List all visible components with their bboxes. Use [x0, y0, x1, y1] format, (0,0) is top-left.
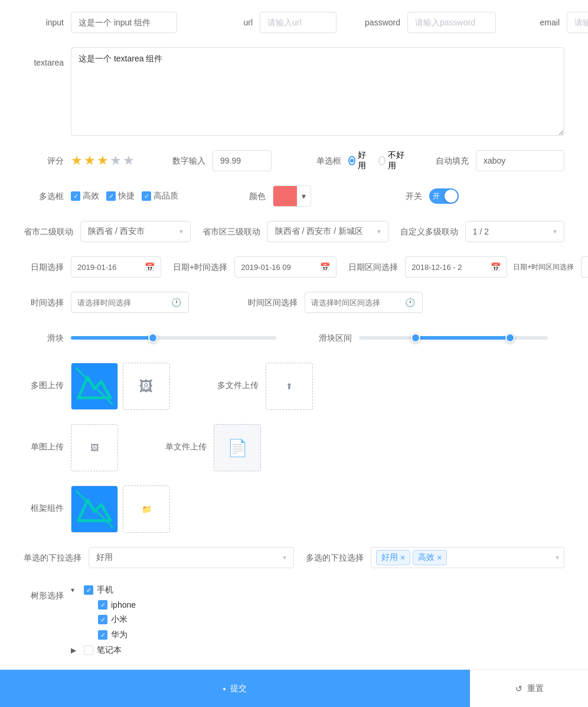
checkbox-quick[interactable]: ✓ 快捷 [106, 191, 135, 201]
tree-xiaomi-label: 小米 [111, 614, 128, 625]
radio-label-good: 好用 [358, 150, 369, 171]
reset-button[interactable]: ↺ 重置 [470, 670, 588, 708]
number-field[interactable] [213, 150, 272, 171]
cascade-custom-arrow-icon: ▾ [553, 227, 557, 236]
toggle-switch[interactable]: 开 [429, 188, 459, 204]
multi-file-upload[interactable]: ⬆ [266, 363, 313, 410]
tree-node-xiaomi: ✓ 小米 [85, 612, 136, 627]
url-field[interactable] [260, 12, 337, 33]
checkbox-box-efficient: ✓ [71, 191, 80, 201]
submit-button[interactable]: ▪ 提交 [0, 670, 470, 708]
checkbox-box-quick: ✓ [106, 191, 116, 201]
toggle-on-label: 开 [433, 191, 440, 201]
date-input[interactable] [77, 263, 142, 272]
daterange-input[interactable] [411, 263, 488, 272]
star-2[interactable]: ★ [84, 153, 96, 168]
autocomplete-field[interactable] [476, 150, 564, 171]
footer: ▪ 提交 ↺ 重置 [0, 669, 588, 707]
radio-group: 好用 不好用 [348, 150, 405, 171]
slider-range-thumb-right[interactable] [505, 333, 515, 343]
multi-select[interactable]: 好用 × 高效 × ▾ [371, 547, 564, 568]
star-1[interactable]: ★ [71, 153, 83, 168]
upload-image-1[interactable] [71, 363, 118, 410]
single-select[interactable]: 好用 ▾ [89, 547, 294, 568]
tree-expand-laptop[interactable]: ▶ [71, 646, 80, 654]
upload-icon: ⬆ [286, 382, 293, 391]
time-picker[interactable]: 🕐 [71, 292, 189, 313]
multi-select-label: 多选的下拉选择 [306, 547, 371, 568]
slider-thumb[interactable] [148, 333, 158, 343]
slider-range-wrap [359, 336, 564, 340]
tree-node-phone: ▾ ✓ 手机 [71, 582, 136, 598]
rating-stars[interactable]: ★ ★ ★ ★ ★ [71, 153, 136, 168]
timerange-clock-icon: 🕐 [405, 298, 415, 307]
daterange-picker[interactable]: 📅 [405, 256, 507, 278]
textarea-field[interactable]: 这是一个 textarea 组件 [71, 47, 564, 136]
slider-track[interactable] [71, 336, 276, 340]
tag-good-close[interactable]: × [400, 553, 405, 562]
clock-icon: 🕐 [171, 298, 181, 307]
cascade3-select[interactable]: 陕西省 / 西安市 / 新城区 ▾ [267, 221, 388, 242]
checkbox-quality[interactable]: ✓ 高品质 [142, 191, 178, 201]
daterange-label: 日期区间选择 [348, 256, 405, 278]
frame-file-add[interactable]: 📁 [123, 486, 170, 533]
date-picker[interactable]: 📅 [71, 256, 161, 278]
input-label: input [24, 12, 71, 33]
date-row: 日期选择 📅 日期+时间选择 📅 日期区间选择 📅 日期+时间区间选择 📅 [24, 256, 564, 278]
cascade-custom-select[interactable]: 1 / 2 ▾ [465, 221, 564, 242]
slider-range-track[interactable] [359, 336, 548, 340]
datetime-input[interactable] [241, 263, 318, 272]
color-label: 颜色 [226, 185, 273, 207]
tree-node-laptop: ▶ 笔记本 [71, 643, 136, 658]
daterange-calendar-icon: 📅 [491, 262, 501, 272]
checkbox-row: 多选框 ✓ 高效 ✓ 快捷 ✓ 高品质 颜色 ▾ 开关 开 [24, 185, 564, 207]
tree-checkbox-huawei[interactable]: ✓ [98, 630, 107, 640]
single-file-upload[interactable]: 📄 [214, 424, 261, 471]
datetime-picker[interactable]: 📅 [234, 256, 337, 278]
cascade3-label: 省市区三级联动 [202, 221, 267, 242]
timerange-picker[interactable]: 🕐 [305, 292, 423, 313]
tree-checkbox-iphone[interactable]: ✓ [98, 600, 107, 610]
password-field[interactable] [407, 12, 496, 33]
toggle-label: 开关 [382, 185, 429, 207]
calendar-icon: 📅 [145, 262, 155, 272]
tree-expand-phone[interactable]: ▾ [71, 586, 80, 594]
time-input[interactable] [77, 298, 169, 307]
timerange-input[interactable] [311, 298, 403, 307]
star-4[interactable]: ★ [110, 153, 122, 168]
tag-efficient: 高效 × [413, 550, 447, 565]
upload-add-image[interactable]: 🖼 [123, 363, 170, 410]
cascade2-select[interactable]: 陕西省 / 西安市 ▾ [80, 221, 191, 242]
tag-efficient-close[interactable]: × [437, 553, 442, 562]
slider-range-thumb-left[interactable] [411, 333, 420, 343]
tree-checkbox-phone[interactable]: ✓ [84, 585, 93, 595]
star-3[interactable]: ★ [97, 153, 109, 168]
submit-label: 提交 [230, 683, 247, 694]
radio-option-good[interactable]: 好用 [348, 150, 369, 171]
tree-checkbox-xiaomi[interactable]: ✓ [98, 615, 107, 624]
cascade2-label: 省市二级联动 [24, 221, 80, 242]
single-image-upload[interactable]: 🖼 [71, 424, 118, 471]
single-select-label: 单选的下拉选择 [24, 547, 89, 568]
folder-icon: 📁 [142, 504, 152, 514]
cascade2-arrow-icon: ▾ [179, 227, 183, 236]
color-picker[interactable]: ▾ [273, 185, 311, 207]
radio-circle-good [348, 156, 355, 165]
input-field[interactable]: 这是一个 input 组件 [71, 12, 177, 33]
frame-image-1[interactable] [71, 486, 118, 533]
radio-option-bad[interactable]: 不好用 [378, 150, 405, 171]
checkbox-efficient[interactable]: ✓ 高效 [71, 191, 99, 201]
star-5[interactable]: ★ [123, 153, 135, 168]
tree-node-huawei: ✓ 华为 [85, 627, 136, 643]
email-label: email [520, 12, 567, 33]
tree-checkbox-laptop[interactable] [84, 646, 93, 655]
frame-label: 框架组件 [24, 486, 71, 519]
email-field[interactable] [567, 12, 588, 33]
image-placeholder-icon: 🖼 [90, 443, 99, 452]
single-select-value: 好用 [96, 552, 278, 563]
datetimerange-picker[interactable]: 📅 [581, 256, 588, 278]
tree-node-iphone: ✓ iphone [85, 598, 136, 612]
tree-children-phone: ✓ iphone ✓ 小米 ✓ 华为 [71, 598, 136, 643]
tree-container: ▾ ✓ 手机 ✓ iphone ✓ [71, 582, 136, 658]
radio-label: 单选框 [301, 150, 348, 171]
